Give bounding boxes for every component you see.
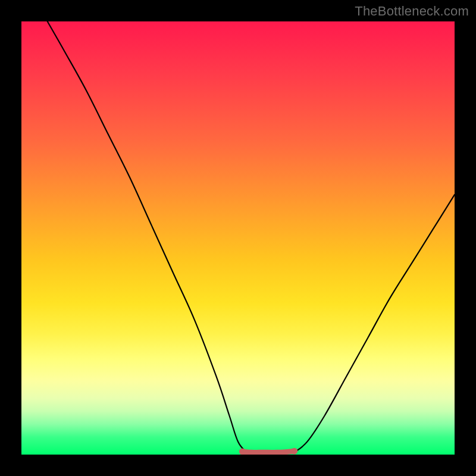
left-curve bbox=[48, 21, 247, 452]
watermark-label: TheBottleneck.com bbox=[355, 4, 469, 19]
plot-area bbox=[21, 21, 455, 455]
chart-frame: TheBottleneck.com bbox=[0, 0, 476, 476]
flat-end-marker bbox=[239, 448, 246, 455]
bottom-flat-segment bbox=[242, 451, 294, 452]
flat-end-marker bbox=[291, 448, 298, 455]
right-curve bbox=[295, 195, 455, 452]
curve-layer bbox=[21, 21, 455, 455]
